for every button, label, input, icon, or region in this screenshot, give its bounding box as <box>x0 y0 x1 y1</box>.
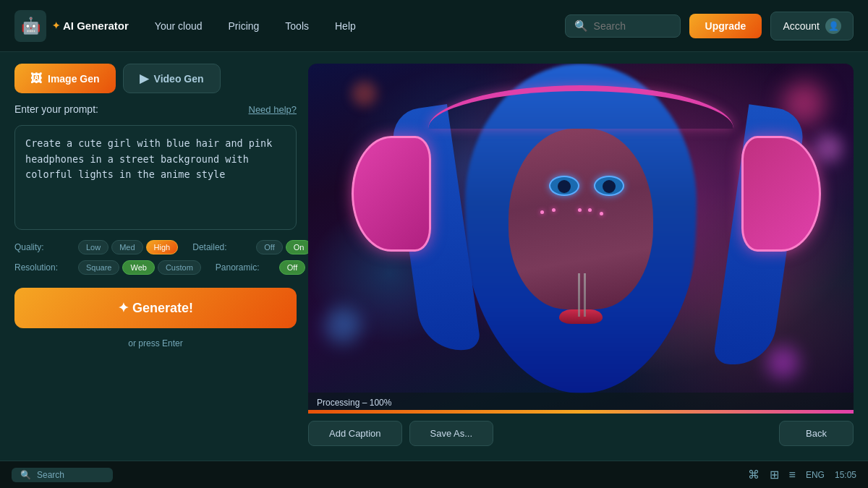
detailed-off[interactable]: Off <box>256 240 282 254</box>
options-grid: Quality: Low Med High Detailed: Off On <box>14 240 297 275</box>
progress-bar-fill <box>308 410 854 414</box>
tab-image-gen[interactable]: 🖼 Image Gen <box>14 64 116 93</box>
eye-left <box>549 176 579 196</box>
face-dot-2 <box>588 208 592 212</box>
image-container: Processing – 100% <box>308 64 854 414</box>
detailed-label: Detailed: <box>192 242 249 252</box>
search-input[interactable] <box>594 20 671 32</box>
resolution-square[interactable]: Square <box>78 260 119 275</box>
quality-high[interactable]: High <box>146 240 179 254</box>
back-button[interactable]: Back <box>779 421 854 446</box>
logo-icon: 🤖 <box>14 10 46 42</box>
account-avatar: 👤 <box>825 18 841 34</box>
taskbar: 🔍 Search ⌘ ⊞ ≡ ENG 15:05 <box>0 461 868 488</box>
pupil-left <box>558 180 571 193</box>
nav-your-cloud[interactable]: Your cloud <box>143 14 214 38</box>
tab-row: 🖼 Image Gen ▶ Video Gen <box>14 64 297 93</box>
lips <box>559 309 603 324</box>
video-gen-icon: ▶ <box>140 72 148 85</box>
resolution-toggle-group: Square Web Custom <box>78 260 201 275</box>
upgrade-button[interactable]: Upgrade <box>689 14 762 38</box>
quality-med[interactable]: Med <box>111 240 142 254</box>
detailed-option-row: Detailed: Off On <box>192 240 312 254</box>
taskbar-lang: ENG <box>806 470 825 480</box>
taskbar-cmd-icon: ⌘ <box>748 468 760 481</box>
nav-tools[interactable]: Tools <box>273 14 320 38</box>
prompt-label: Enter your prompt: <box>14 103 98 115</box>
main-content: 🖼 Image Gen ▶ Video Gen Enter your promp… <box>0 52 868 461</box>
logo-area: 🤖 ✦ AI Generator <box>14 10 129 42</box>
image-gen-icon: 🖼 <box>30 72 42 85</box>
taskbar-time: 15:05 <box>835 470 856 480</box>
face-dot-5 <box>540 210 544 214</box>
sparkle-icon: ✦ <box>52 20 60 31</box>
navbar: 🤖 ✦ AI Generator Your cloud Pricing Tool… <box>0 0 868 52</box>
progress-overlay: Processing – 100% <box>308 393 854 414</box>
taskbar-search[interactable]: 🔍 Search <box>12 468 113 482</box>
pupil-right <box>603 180 616 193</box>
tab-video-gen[interactable]: ▶ Video Gen <box>123 64 221 93</box>
search-box[interactable]: 🔍 <box>565 14 681 38</box>
nav-pricing[interactable]: Pricing <box>217 14 271 38</box>
search-icon: 🔍 <box>574 20 588 33</box>
action-buttons: Add Caption Save As... Back <box>308 414 854 449</box>
face-dot-1 <box>578 208 582 212</box>
bokeh-light-3 <box>325 307 361 343</box>
resolution-label: Resolution: <box>14 262 71 273</box>
taskbar-search-icon: 🔍 <box>20 470 31 480</box>
panoramic-off[interactable]: Off <box>279 260 305 275</box>
need-help-link[interactable]: Need help? <box>249 104 297 115</box>
generate-button[interactable]: ✦ Generate! <box>14 288 297 328</box>
account-button[interactable]: Account 👤 <box>770 12 854 40</box>
face <box>509 129 653 309</box>
press-enter-hint: or press Enter <box>14 338 297 348</box>
cable-2 <box>584 273 586 317</box>
nav-help[interactable]: Help <box>323 14 367 38</box>
panoramic-label: Panoramic: <box>216 262 272 273</box>
prompt-label-row: Enter your prompt: Need help? <box>14 103 297 115</box>
resolution-custom[interactable]: Custom <box>158 260 201 275</box>
face-dot-4 <box>552 208 556 212</box>
nav-links: Your cloud Pricing Tools Help <box>143 14 558 38</box>
detailed-toggle-group: Off On <box>256 240 312 254</box>
right-panel: Processing – 100% Add Caption Save As...… <box>308 64 854 449</box>
cable-1 <box>578 273 580 317</box>
account-label: Account <box>783 20 820 32</box>
taskbar-grid-icon: ⊞ <box>770 468 779 481</box>
bokeh-light-5 <box>767 346 799 379</box>
quality-option-row: Quality: Low Med High <box>14 240 178 254</box>
ai-gen-label: ✦ AI Generator <box>52 20 129 32</box>
add-caption-button[interactable]: Add Caption <box>308 421 402 446</box>
resolution-option-row: Resolution: Square Web Custom <box>14 260 201 275</box>
face-dot-3 <box>600 212 603 215</box>
taskbar-right: ⌘ ⊞ ≡ ENG 15:05 <box>748 468 856 481</box>
bokeh-light-2 <box>814 134 843 163</box>
quality-low[interactable]: Low <box>78 240 109 254</box>
progress-bar-bg <box>308 410 854 414</box>
generated-image: Processing – 100% <box>308 64 854 414</box>
quality-toggle-group: Low Med High <box>78 240 178 254</box>
resolution-web[interactable]: Web <box>122 260 154 275</box>
headphone-right <box>741 136 821 252</box>
headphone-left <box>352 136 431 252</box>
eye-right <box>594 176 624 196</box>
taskbar-list-icon: ≡ <box>789 468 796 481</box>
nav-right: 🔍 Upgrade Account 👤 <box>565 12 854 40</box>
processing-text: Processing – 100% <box>317 398 391 408</box>
prompt-textarea[interactable]: Create a cute girl with blue hair and pi… <box>14 125 297 230</box>
left-panel: 🖼 Image Gen ▶ Video Gen Enter your promp… <box>14 64 297 449</box>
save-as-button[interactable]: Save As... <box>409 421 494 446</box>
quality-label: Quality: <box>14 242 71 252</box>
